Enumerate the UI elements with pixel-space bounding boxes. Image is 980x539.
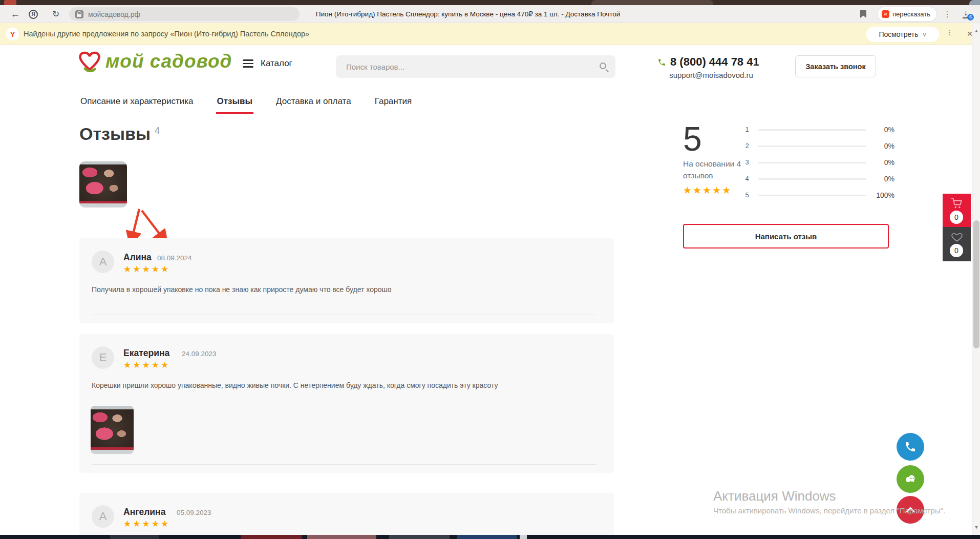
- browser-tab[interactable]: [969, 0, 980, 5]
- logo[interactable]: мой садовод: [78, 50, 232, 73]
- product-tabs: Описание и характеристика Отзывы Доставк…: [79, 92, 889, 114]
- avatar: А: [92, 251, 114, 273]
- windows-activation-watermark: Активация Windows: [713, 488, 836, 504]
- yandex-offer-bar: Y Найдены другие предложения по запросу …: [0, 23, 980, 45]
- retell-button[interactable]: « пересказать: [878, 7, 936, 21]
- favorites-widget[interactable]: 0: [943, 227, 971, 261]
- review-date: 24.09.2023: [182, 350, 217, 358]
- avatar: Е: [92, 346, 114, 369]
- review-card: А Ангелина 05.09.2023 ★★★★★: [79, 493, 614, 539]
- write-review-button[interactable]: Написать отзыв: [683, 224, 889, 248]
- chevron-down-icon: ∨: [923, 31, 927, 38]
- average-rating: 5: [683, 122, 702, 156]
- browser-toolbar: ← Я ↻ мойсадовод.рф Пион (Ито-гибрид) Па…: [0, 5, 980, 23]
- url-text: мойсадовод.рф: [88, 10, 140, 18]
- logo-text: мой садовод: [105, 51, 232, 72]
- page-title: Пион (Ито-гибрид) Пастель Сплендор: купи…: [288, 5, 648, 23]
- chat-icon: [904, 472, 917, 486]
- browser-menu-icon[interactable]: ⋮: [942, 5, 952, 23]
- logo-heart-icon: [78, 50, 101, 73]
- phone-icon: [657, 58, 666, 67]
- scrollbar-thumb[interactable]: [973, 220, 979, 348]
- catalog-button[interactable]: Каталог: [243, 58, 292, 69]
- review-photo-thumbnail[interactable]: [79, 161, 127, 208]
- reviews-count: 4: [155, 126, 160, 136]
- windows-activation-hint: Чтобы активировать Windows, перейдите в …: [713, 506, 945, 515]
- divider: [92, 315, 596, 315]
- offer-menu-icon[interactable]: ⋮: [945, 28, 955, 40]
- review-stars: ★★★★★: [123, 264, 170, 275]
- phone-icon: [904, 441, 917, 453]
- yandex-icon: Y: [6, 28, 19, 40]
- bookmark-icon[interactable]: [860, 10, 866, 18]
- yandex-browser-icon[interactable]: Я: [27, 5, 39, 23]
- browser-tab[interactable]: [591, 0, 713, 5]
- cart-widget[interactable]: 0: [943, 194, 971, 227]
- downloads-button[interactable]: ↓ 6: [961, 8, 974, 21]
- scrollbar: ▲ ▼: [972, 23, 980, 535]
- address-bar[interactable]: мойсадовод.рф: [69, 7, 300, 21]
- review-photo-thumbnail[interactable]: [91, 406, 134, 454]
- call-fab[interactable]: [897, 433, 924, 461]
- hamburger-icon: [243, 59, 253, 68]
- review-card: А Алина 08.09.2024 ★★★★★ Получила в хоро…: [79, 238, 614, 323]
- lock-icon[interactable]: [75, 10, 83, 18]
- chat-fab[interactable]: [897, 465, 924, 493]
- tab-delivery[interactable]: Доставка и оплата: [275, 92, 352, 114]
- avatar: А: [92, 505, 114, 528]
- review-text: Корешки пришли хорошо упакованные, видно…: [92, 381, 593, 389]
- reviewer-name: Ангелина: [123, 507, 165, 517]
- tab-reviews[interactable]: Отзывы: [216, 92, 254, 114]
- support-email[interactable]: support@moisadovod.ru: [657, 71, 765, 79]
- reviews-title: Отзывы4: [79, 124, 160, 144]
- retell-icon: «: [882, 10, 889, 18]
- view-offers-button[interactable]: Посмотреть ∨: [866, 27, 939, 42]
- offer-text: Найдены другие предложения по запросу «П…: [24, 23, 309, 45]
- callback-button[interactable]: Заказать звонок: [795, 55, 876, 77]
- tab-warranty[interactable]: Гарантия: [374, 92, 413, 114]
- browser-tabstrip: [0, 0, 980, 5]
- retell-label: пересказать: [892, 10, 930, 18]
- tab-description[interactable]: Описание и характеристика: [79, 92, 195, 114]
- refresh-icon[interactable]: ↻: [49, 5, 62, 23]
- search-box: [336, 55, 615, 78]
- review-date: 05.09.2023: [177, 509, 211, 516]
- download-badge: 6: [967, 14, 974, 20]
- reviewer-name: Алина: [123, 252, 152, 263]
- review-text: Получила в хорошей упаковке но пока не з…: [92, 285, 593, 294]
- back-icon[interactable]: ←: [8, 5, 23, 23]
- review-date: 08.09.2024: [157, 254, 192, 262]
- scroll-up-icon[interactable]: ▲: [972, 28, 980, 33]
- summary-stars: ★★★★★: [683, 184, 732, 196]
- cart-icon: [950, 197, 964, 210]
- favorites-count-badge: 0: [950, 244, 963, 257]
- scroll-down-icon[interactable]: ▼: [972, 525, 980, 530]
- heart-icon: [950, 231, 964, 243]
- divider: [92, 464, 596, 465]
- search-input[interactable]: [336, 55, 615, 78]
- site-header: мой садовод Каталог 8 (800) 444 78 41 su…: [0, 45, 980, 88]
- reviewer-name: Екатерина: [123, 348, 169, 359]
- phone-number[interactable]: 8 (800) 444 78 41: [670, 55, 759, 69]
- review-stars: ★★★★★: [123, 519, 170, 529]
- review-stars: ★★★★★: [123, 360, 170, 370]
- browser-tab[interactable]: [4, 0, 16, 5]
- screen: ← Я ↻ мойсадовод.рф Пион (Ито-гибрид) Па…: [0, 0, 980, 539]
- cart-count-badge: 0: [950, 211, 963, 224]
- review-card: Е Екатерина 24.09.2023 ★★★★★ Корешки при…: [79, 334, 614, 473]
- search-icon[interactable]: [600, 63, 606, 69]
- contact-block: 8 (800) 444 78 41 support@moisadovod.ru: [657, 55, 765, 79]
- taskbar-edge: [0, 535, 980, 539]
